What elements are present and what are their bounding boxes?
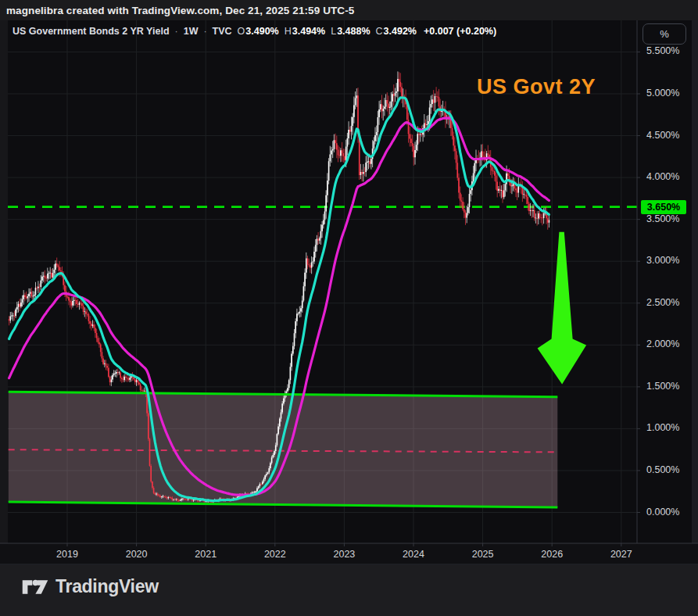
x-axis-label: 2026 [535, 549, 569, 560]
high-value: H3.494% [285, 26, 325, 37]
y-axis-label: 4.500% [646, 130, 695, 141]
y-axis-label: 2.500% [646, 297, 695, 308]
x-axis-label: 2020 [120, 549, 154, 560]
x-axis-label: 2025 [466, 549, 500, 560]
price-level-label: 3.650% [641, 200, 686, 214]
low-value: L3.488% [331, 26, 370, 37]
y-axis-label: 5.000% [646, 88, 695, 98]
x-axis-label: 2022 [258, 549, 292, 560]
y-axis-label: 5.500% [646, 45, 695, 56]
interval-value[interactable]: 1W [184, 26, 199, 37]
x-axis-label: 2023 [327, 549, 361, 560]
tradingview-logo-text: TradingView [55, 576, 159, 597]
tradingview-chart-screenshot: magnelibra created with TradingView.com,… [0, 0, 698, 616]
x-axis-label: 2027 [604, 549, 639, 560]
y-axis-label: 4.000% [646, 171, 695, 182]
y-axis-label: 1.000% [646, 422, 695, 433]
symbol-legend[interactable]: US Government Bonds 2 YR Yield · 1W · TV… [13, 26, 496, 37]
y-axis-label: 2.000% [646, 338, 695, 349]
y-axis-label: 3.000% [646, 255, 695, 266]
close-value: C3.492% [376, 26, 417, 37]
y-axis-label: 3.500% [646, 213, 695, 224]
y-axis-label: 0.000% [646, 507, 695, 518]
legend-separator: · [175, 26, 178, 37]
footer-bar: TradingView [0, 565, 698, 616]
x-axis-label: 2021 [188, 549, 223, 560]
tradingview-logo[interactable]: TradingView [22, 576, 159, 597]
open-value: O3.490% [238, 26, 279, 37]
tradingview-logo-icon [22, 578, 48, 596]
x-axis-label: 2024 [396, 549, 431, 560]
y-axis-label: 1.500% [646, 381, 695, 392]
change-value: +0.007 (+0.20%) [424, 26, 496, 37]
symbol-name[interactable]: US Government Bonds 2 YR Yield [13, 26, 170, 37]
left-margin [0, 20, 8, 543]
exchange-name: TVC [213, 26, 232, 37]
x-axis-label: 2019 [50, 549, 84, 560]
percent-scale-button[interactable]: % [643, 23, 686, 45]
legend-separator: · [203, 26, 206, 37]
annotation-us-govt-2y: US Govt 2Y [477, 75, 596, 99]
y-axis-label: 0.500% [646, 464, 695, 475]
